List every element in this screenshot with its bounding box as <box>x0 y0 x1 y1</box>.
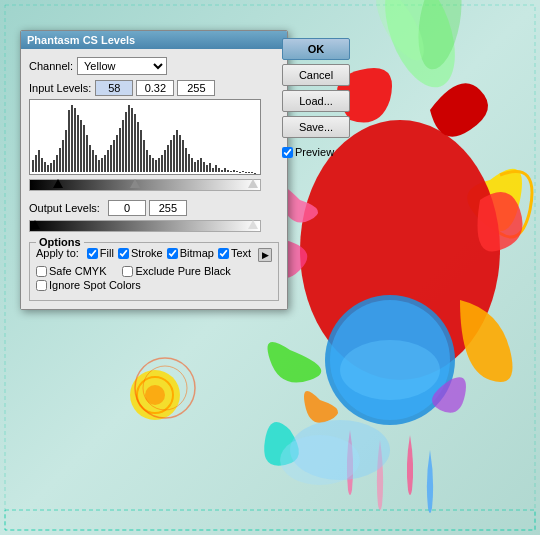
svg-rect-30 <box>65 130 67 172</box>
svg-rect-45 <box>110 145 112 172</box>
svg-rect-23 <box>44 162 46 172</box>
svg-rect-36 <box>83 125 85 172</box>
cancel-button[interactable]: Cancel <box>282 64 350 86</box>
safe-cmyk-checkbox[interactable] <box>36 266 47 277</box>
svg-rect-38 <box>89 145 91 172</box>
output-slider[interactable] <box>29 220 261 236</box>
input-slider-mid-thumb[interactable] <box>130 179 140 188</box>
svg-rect-72 <box>191 158 193 172</box>
buttons-panel: OK Cancel Load... Save... Preview <box>282 38 350 158</box>
output-levels-row: Output Levels: <box>29 200 279 216</box>
svg-rect-43 <box>104 155 106 172</box>
dialog-titlebar: Phantasm CS Levels <box>21 31 287 49</box>
output-levels-label: Output Levels: <box>29 202 100 214</box>
svg-rect-33 <box>74 108 76 172</box>
input-level-1[interactable] <box>95 80 133 96</box>
apply-to-row: Apply to: Fill Stroke Bitmap <box>36 247 251 259</box>
svg-rect-31 <box>68 110 70 172</box>
svg-rect-75 <box>200 158 202 172</box>
ok-button[interactable]: OK <box>282 38 350 60</box>
options-arrow-button[interactable]: ▶ <box>258 248 272 262</box>
bitmap-checkbox-label[interactable]: Bitmap <box>167 247 214 259</box>
fill-checkbox-label[interactable]: Fill <box>87 247 114 259</box>
svg-rect-64 <box>167 145 169 172</box>
svg-rect-85 <box>230 171 232 172</box>
input-slider-white-thumb[interactable] <box>248 179 258 188</box>
svg-rect-60 <box>155 160 157 172</box>
svg-rect-66 <box>173 135 175 172</box>
stroke-checkbox[interactable] <box>118 248 129 259</box>
svg-rect-39 <box>92 150 94 172</box>
svg-rect-81 <box>218 168 220 172</box>
exclude-pure-black-text: Exclude Pure Black <box>135 265 230 277</box>
output-slider-white-thumb[interactable] <box>248 220 258 229</box>
exclude-pure-black-checkbox[interactable] <box>122 266 133 277</box>
svg-rect-88 <box>239 172 241 173</box>
histogram-container <box>29 99 261 175</box>
input-levels-label: Input Levels: <box>29 82 91 94</box>
output-slider-black-thumb[interactable] <box>30 220 40 229</box>
svg-rect-92 <box>251 172 253 173</box>
svg-rect-47 <box>116 135 118 172</box>
output-level-1[interactable] <box>108 200 146 216</box>
svg-rect-71 <box>188 154 190 172</box>
svg-rect-83 <box>224 168 226 172</box>
svg-rect-65 <box>170 140 172 172</box>
svg-rect-68 <box>179 135 181 172</box>
input-slider-black-thumb[interactable] <box>53 179 63 188</box>
svg-rect-67 <box>176 130 178 172</box>
svg-rect-19 <box>32 160 34 172</box>
input-level-2[interactable] <box>136 80 174 96</box>
dialog-body: Channel: YellowCyanMagentaBlackAll Input… <box>21 49 287 309</box>
svg-rect-26 <box>53 160 55 172</box>
input-level-3[interactable] <box>177 80 215 96</box>
dialog-container: Phantasm CS Levels Channel: YellowCyanMa… <box>20 30 288 310</box>
bitmap-label: Bitmap <box>180 247 214 259</box>
svg-rect-55 <box>140 130 142 172</box>
svg-rect-54 <box>137 122 139 172</box>
svg-rect-86 <box>233 170 235 172</box>
svg-rect-73 <box>194 162 196 172</box>
svg-rect-76 <box>203 162 205 172</box>
output-level-2[interactable] <box>149 200 187 216</box>
svg-rect-25 <box>50 163 52 172</box>
ignore-spot-colors-label[interactable]: Ignore Spot Colors <box>36 279 141 291</box>
preview-checkbox[interactable] <box>282 147 293 158</box>
svg-rect-80 <box>215 165 217 172</box>
svg-rect-82 <box>221 170 223 172</box>
text-checkbox[interactable] <box>218 248 229 259</box>
text-checkbox-label[interactable]: Text <box>218 247 251 259</box>
svg-rect-21 <box>38 150 40 172</box>
load-button[interactable]: Load... <box>282 90 350 112</box>
exclude-pure-black-label[interactable]: Exclude Pure Black <box>122 265 230 277</box>
svg-rect-24 <box>47 165 49 172</box>
input-slider[interactable] <box>29 179 261 195</box>
apply-to-label: Apply to: <box>36 247 79 259</box>
svg-rect-42 <box>101 158 103 172</box>
svg-rect-29 <box>62 140 64 172</box>
ignore-spot-colors-checkbox[interactable] <box>36 280 47 291</box>
svg-rect-70 <box>185 148 187 172</box>
svg-rect-20 <box>35 155 37 172</box>
svg-rect-40 <box>95 155 97 172</box>
safe-cmyk-label[interactable]: Safe CMYK <box>36 265 106 277</box>
input-gradient-bar <box>29 179 261 191</box>
preview-checkbox-label[interactable]: Preview <box>282 146 334 158</box>
svg-rect-57 <box>146 150 148 172</box>
safe-cmyk-row: Safe CMYK Exclude Pure Black <box>36 265 272 277</box>
svg-rect-84 <box>227 170 229 172</box>
bitmap-checkbox[interactable] <box>167 248 178 259</box>
options-group: Options Apply to: Fill Stroke <box>29 242 279 301</box>
ignore-spot-row: Ignore Spot Colors <box>36 279 272 291</box>
channel-select[interactable]: YellowCyanMagentaBlackAll <box>77 57 167 75</box>
save-button[interactable]: Save... <box>282 116 350 138</box>
fill-checkbox[interactable] <box>87 248 98 259</box>
svg-rect-37 <box>86 135 88 172</box>
fill-label: Fill <box>100 247 114 259</box>
svg-rect-89 <box>242 171 244 172</box>
stroke-checkbox-label[interactable]: Stroke <box>118 247 163 259</box>
input-levels-row: Input Levels: <box>29 80 279 96</box>
svg-rect-59 <box>152 158 154 172</box>
svg-rect-49 <box>122 120 124 172</box>
svg-rect-48 <box>119 128 121 172</box>
